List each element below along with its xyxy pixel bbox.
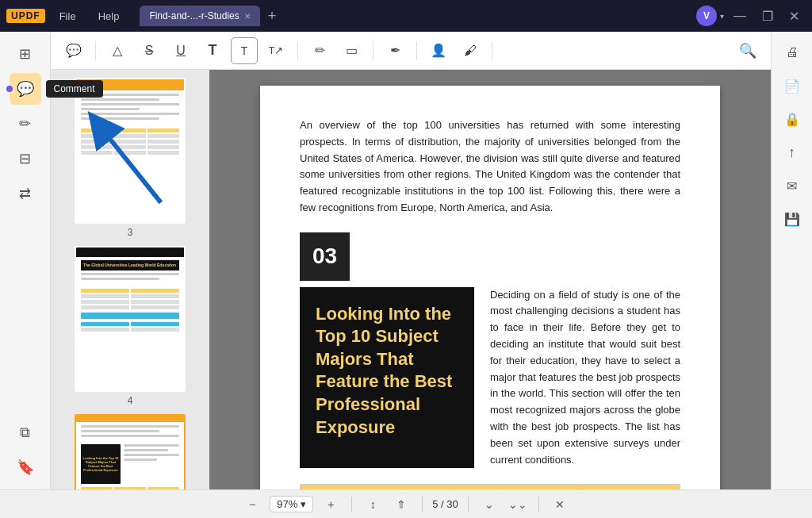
- thumbnail-page-4[interactable]: The Global Universities Leading World Ed…: [75, 246, 186, 406]
- highlight-btn[interactable]: ✏: [306, 37, 333, 64]
- bookmark-icon: 🔖: [17, 459, 34, 476]
- right-print-icon[interactable]: 🖨: [778, 38, 806, 67]
- active-tab[interactable]: Find-and-...-r-Studies ✕: [140, 6, 259, 26]
- sep3: [373, 41, 373, 60]
- app-logo: UPDF: [6, 9, 45, 23]
- page-display: 5 / 30: [432, 498, 458, 510]
- organize-icon: ⊟: [19, 150, 31, 167]
- sep5: [492, 41, 492, 60]
- thumbnail-page-5[interactable]: Looking Into the Top 10 Subject Majors T…: [75, 414, 186, 489]
- search-btn[interactable]: 🔍: [734, 37, 761, 64]
- bottom-sep2: [422, 497, 423, 512]
- zoom-out-btn[interactable]: −: [241, 493, 263, 516]
- tab-label: Find-and-...-r-Studies: [149, 10, 239, 21]
- thumb-inner-3: [76, 79, 184, 222]
- bottom-sep3: [468, 497, 469, 512]
- avatar-dropdown[interactable]: ▾: [720, 12, 724, 21]
- right-mail-icon[interactable]: ✉: [778, 171, 806, 200]
- content-area: 💬 △ S U T T T↗ ✏ ▭ ✒ 👤 🖌 🔍: [51, 32, 812, 489]
- comment-tooltip: Comment: [46, 80, 103, 98]
- comment-tool-btn[interactable]: 💬: [60, 37, 87, 64]
- add-tab-btn[interactable]: +: [263, 8, 282, 25]
- comment-icon: 💬: [17, 80, 34, 98]
- menu-help[interactable]: Help: [90, 10, 128, 22]
- sidebar-bookmark-icon[interactable]: 🔖: [10, 451, 41, 483]
- minimize-btn[interactable]: —: [727, 6, 753, 26]
- tab-bar: Find-and-...-r-Studies ✕ +: [140, 6, 690, 26]
- stamp-btn[interactable]: △: [104, 37, 131, 64]
- menu-file[interactable]: File: [52, 10, 84, 22]
- convert-icon: ⇄: [19, 185, 31, 202]
- fit-page-btn[interactable]: ↕: [362, 493, 384, 516]
- sidebar-convert-icon[interactable]: ⇄: [10, 178, 41, 209]
- shape-btn[interactable]: ▭: [338, 37, 365, 64]
- title-bar: UPDF File Help Find-and-...-r-Studies ✕ …: [0, 0, 812, 32]
- next-page-fast-btn[interactable]: ⌄⌄: [507, 493, 529, 516]
- thumb-inner-4: The Global Universities Leading World Ed…: [76, 247, 184, 390]
- pdf-page: An overview of the top 100 universities …: [260, 86, 720, 489]
- underline-btn[interactable]: U: [167, 37, 194, 64]
- close-bottom-btn[interactable]: ✕: [549, 493, 571, 516]
- pages-icon: ⊞: [19, 45, 31, 63]
- text-type-btn[interactable]: T: [199, 37, 226, 64]
- color-fill-btn[interactable]: 🖌: [457, 37, 484, 64]
- thumb-frame-4: The Global Universities Leading World Ed…: [75, 246, 186, 392]
- callout-btn[interactable]: T↗: [262, 37, 289, 64]
- bottom-sep4: [538, 497, 539, 512]
- thumbnail-panel: 3 The Global Universities Leading World …: [51, 70, 209, 489]
- zoom-in-btn[interactable]: +: [320, 493, 342, 516]
- section-title: Looking Into the Top 10 Subject Majors T…: [300, 287, 474, 469]
- bottom-bar: − 97% ▾ + ↕ ⇑ 5 / 30 ⌄ ⌄⌄ ✕: [0, 489, 812, 518]
- pdf-viewer[interactable]: An overview of the top 100 universities …: [209, 70, 771, 489]
- sidebar-pages-icon[interactable]: ⊞: [10, 38, 41, 70]
- thumb-num-3: 3: [128, 227, 133, 238]
- thumbnail-page-3[interactable]: 3: [75, 78, 186, 238]
- thumb-frame-5: Looking Into the Top 10 Subject Majors T…: [75, 414, 186, 489]
- prev-page-btn[interactable]: ⌄: [478, 493, 500, 516]
- tab-close-btn[interactable]: ✕: [244, 12, 251, 21]
- left-sidebar: ⊞ 💬 Comment ✏ ⊟ ⇄ ⧉ 🔖: [0, 32, 51, 489]
- section-content: Looking Into the Top 10 Subject Majors T…: [300, 287, 680, 469]
- zoom-display: 97% ▾: [270, 496, 313, 512]
- right-pages-icon[interactable]: 📄: [778, 71, 806, 100]
- right-share-icon[interactable]: ↑: [778, 138, 806, 167]
- section-body: Deciding on a field of study is one of t…: [490, 287, 680, 469]
- right-lock-icon[interactable]: 🔒: [778, 105, 806, 133]
- sidebar-layers-icon[interactable]: ⧉: [10, 416, 41, 448]
- sidebar-edit-icon[interactable]: ✏: [10, 108, 41, 140]
- edit-icon: ✏: [19, 115, 31, 132]
- thumb-frame-3: [75, 78, 186, 224]
- toolbar: 💬 △ S U T T T↗ ✏ ▭ ✒ 👤 🖌 🔍: [51, 32, 771, 70]
- zoom-dropdown-arrow[interactable]: ▾: [301, 498, 306, 510]
- right-save-icon[interactable]: 💾: [778, 205, 806, 233]
- layers-icon: ⧉: [20, 424, 30, 441]
- pencil-btn[interactable]: ✒: [381, 37, 408, 64]
- fit-width-btn[interactable]: ⇑: [390, 493, 412, 516]
- sidebar-comment-icon[interactable]: 💬 Comment: [10, 73, 41, 105]
- thumb-num-4: 4: [128, 395, 133, 406]
- maximize-btn[interactable]: ❐: [756, 6, 779, 27]
- stamp-user-btn[interactable]: 👤: [425, 37, 452, 64]
- active-indicator: [6, 86, 13, 92]
- intro-text: An overview of the top 100 universities …: [300, 117, 680, 217]
- section-number-box: 03: [300, 232, 680, 287]
- sidebar-organize-icon[interactable]: ⊟: [10, 143, 41, 175]
- close-btn[interactable]: ✕: [783, 6, 806, 27]
- main-layout: ⊞ 💬 Comment ✏ ⊟ ⇄ ⧉ 🔖 💬: [0, 32, 812, 489]
- user-avatar[interactable]: V: [696, 6, 717, 26]
- sep2: [297, 41, 298, 60]
- sep4: [416, 41, 417, 60]
- bottom-sep1: [351, 497, 352, 512]
- sep1: [95, 41, 96, 60]
- strikethrough-btn[interactable]: S: [136, 37, 163, 64]
- text-box-btn[interactable]: T: [231, 37, 258, 64]
- zoom-value: 97%: [277, 498, 297, 510]
- data-table: Major Mid-Career Salary (Yearly) Median …: [300, 484, 680, 489]
- window-controls: V ▾ — ❐ ✕: [696, 6, 806, 27]
- thumb-inner-5: Looking Into the Top 10 Subject Majors T…: [76, 416, 184, 489]
- right-sidebar: 🖨 📄 🔒 ↑ ✉ 💾: [771, 32, 812, 489]
